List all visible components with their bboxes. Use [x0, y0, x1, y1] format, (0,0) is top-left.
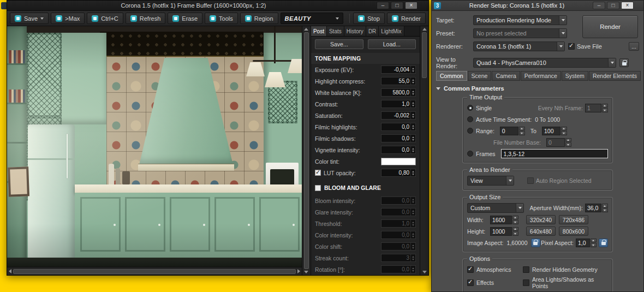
spinner-arrows[interactable] [410, 146, 415, 153]
spinner-arrows[interactable] [410, 135, 415, 142]
pixel-aspect-lock-button[interactable] [599, 239, 608, 247]
contrast-input[interactable]: 1,0 [381, 100, 416, 108]
tools-button[interactable]: Tools [205, 13, 238, 24]
effects-checkbox[interactable] [467, 279, 474, 286]
spinner-arrows[interactable] [410, 220, 415, 227]
color-shift-input[interactable]: 0,0 [381, 242, 416, 251]
view-to-render-select[interactable]: Quad 4 - PhysCamera010 [473, 58, 616, 68]
horizontal-scrollbar[interactable] [7, 267, 302, 275]
spinner-arrows[interactable] [565, 138, 571, 147]
chevron-down-icon[interactable] [557, 42, 564, 51]
single-radio[interactable] [467, 105, 473, 111]
copy-button[interactable]: Ctrl+C [87, 13, 123, 24]
exposure-input[interactable]: -0,004 [381, 65, 416, 74]
save-button[interactable]: Save [10, 13, 49, 24]
res-800x600-button[interactable]: 800x600 [559, 227, 588, 236]
tab-render-elements[interactable]: Render Elements [589, 71, 641, 81]
close-icon[interactable]: × [621, 2, 634, 9]
tab-performance[interactable]: Performance [521, 71, 561, 81]
viewport-lock-button[interactable] [619, 58, 629, 67]
scroll-down-icon[interactable] [304, 271, 308, 273]
aperture-input[interactable]: 36,0 [585, 204, 608, 212]
tab-stats[interactable]: Stats [327, 26, 344, 36]
scroll-up-icon[interactable] [422, 28, 427, 31]
image-aspect-lock-button[interactable] [531, 239, 540, 247]
spinner-arrows[interactable] [410, 66, 415, 73]
render-button[interactable]: Render [582, 15, 638, 38]
spinner-arrows[interactable] [410, 208, 415, 216]
spinner-arrows[interactable] [602, 104, 608, 112]
area-mode-select[interactable]: View [467, 176, 514, 186]
target-select[interactable]: Production Rendering Mode [473, 15, 567, 25]
nth-frame-input[interactable]: 1 [585, 104, 608, 112]
spinner-arrows[interactable] [410, 197, 415, 204]
spinner-arrows[interactable] [561, 127, 567, 135]
saturation-input[interactable]: -0,002 [381, 111, 416, 120]
width-input[interactable]: 1600 [490, 216, 518, 224]
horizontal-scroll-thumb[interactable] [13, 269, 296, 274]
size-preset-select[interactable]: Custom [467, 203, 524, 213]
preset-select[interactable]: No preset selected [473, 28, 567, 38]
maximize-icon[interactable]: □ [607, 2, 619, 9]
bloom-glare-checkbox[interactable] [315, 185, 321, 191]
tab-lightmix[interactable]: LightMix [379, 26, 404, 36]
vertical-scroll-thumb[interactable] [304, 32, 309, 269]
refresh-button[interactable]: Refresh [126, 13, 166, 24]
filmic-highlights-input[interactable]: 0,0 [381, 123, 416, 131]
lut-checkbox[interactable] [315, 170, 321, 176]
spinner-arrows[interactable] [512, 227, 518, 236]
tab-system[interactable]: System [562, 71, 588, 81]
spinner-arrows[interactable] [410, 231, 415, 239]
load-settings-button[interactable]: Load... [368, 39, 416, 49]
tab-post[interactable]: Post [311, 26, 327, 36]
erase-button[interactable]: Erase [168, 13, 202, 24]
frames-radio[interactable] [467, 151, 473, 157]
range-radio[interactable] [467, 128, 473, 134]
spinner-arrows[interactable] [410, 78, 415, 85]
spinner-arrows[interactable] [602, 204, 608, 212]
chevron-down-icon[interactable] [506, 176, 514, 185]
common-parameters-rollout[interactable]: Common Parameters [436, 85, 639, 92]
scroll-down-icon[interactable] [422, 271, 427, 273]
color-tint-swatch[interactable] [381, 158, 416, 165]
auto-region-checkbox[interactable] [527, 177, 534, 184]
chevron-down-icon[interactable] [559, 16, 567, 25]
spinner-arrows[interactable] [591, 239, 597, 247]
spinner-arrows[interactable] [410, 169, 415, 176]
res-720x486-button[interactable]: 720x486 [559, 215, 588, 224]
white-balance-input[interactable]: 5800,0 [381, 88, 416, 97]
scroll-left-icon[interactable] [9, 269, 11, 273]
dock-to-max-button[interactable]: >Max [51, 13, 85, 24]
chevron-down-icon[interactable] [608, 58, 616, 67]
spinner-arrows[interactable] [410, 112, 415, 119]
res-640x480-button[interactable]: 640x480 [526, 227, 556, 236]
panel-scrollbar[interactable] [420, 26, 428, 275]
render-viewport-kitchen-image[interactable] [7, 26, 302, 267]
minimize-icon[interactable]: – [377, 2, 389, 9]
spinner-arrows[interactable] [410, 123, 415, 130]
area-lights-checkbox[interactable] [523, 279, 529, 286]
range-to-input[interactable]: 100 [542, 127, 567, 135]
vfb-titlebar[interactable]: Corona 1.5 (hotfix 1) Frame Buffer (1600… [7, 1, 428, 11]
save-file-browse-button[interactable]: ... [629, 42, 639, 51]
renderer-select[interactable]: Corona 1.5 (hotfix 1) [473, 41, 565, 51]
frames-input[interactable]: 1,3,5-12 [501, 149, 608, 158]
rotation-input[interactable]: 0,0 [381, 265, 416, 273]
close-icon[interactable]: × [405, 2, 418, 9]
glare-intensity-input[interactable]: 0,0 [381, 208, 416, 216]
channel-select[interactable]: BEAUTY [281, 13, 343, 24]
region-button[interactable]: Region [240, 13, 278, 24]
tab-history[interactable]: History [344, 26, 366, 36]
spinner-arrows[interactable] [410, 254, 415, 261]
height-input[interactable]: 1000 [490, 227, 518, 236]
render-button[interactable]: Render [387, 13, 426, 24]
res-320x240-button[interactable]: 320x240 [526, 215, 556, 224]
scroll-right-icon[interactable] [297, 269, 300, 273]
render-setup-titlebar[interactable]: 3 Render Setup: Corona 1.5 (hotfix 1) – … [432, 1, 643, 11]
tab-camera[interactable]: Camera [492, 71, 520, 81]
tab-common[interactable]: Common [436, 71, 467, 81]
spinner-arrows[interactable] [410, 243, 415, 250]
streak-count-input[interactable]: 3 [381, 254, 416, 262]
render-hidden-checkbox[interactable] [523, 266, 529, 273]
image-vertical-scrollbar[interactable] [302, 26, 311, 275]
